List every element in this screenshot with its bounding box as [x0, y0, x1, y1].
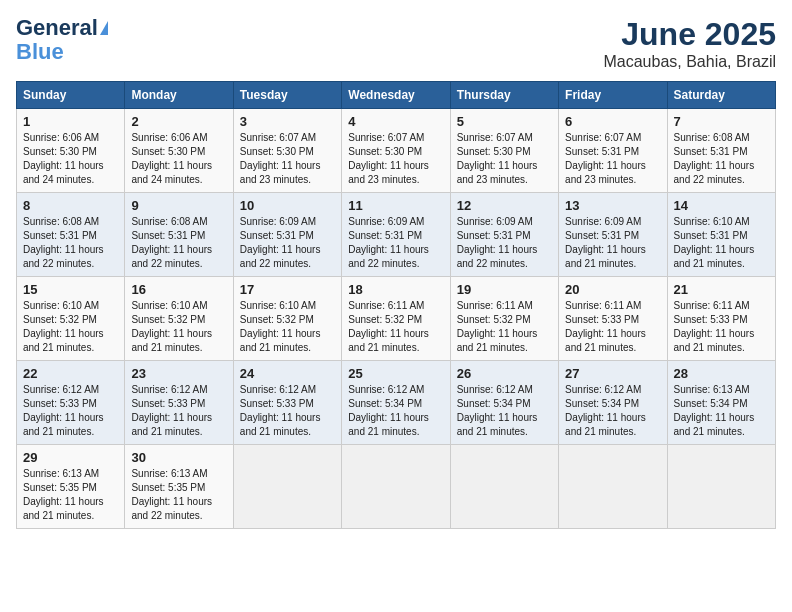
calendar-cell [667, 445, 775, 529]
day-number: 15 [23, 282, 118, 297]
day-info: Sunrise: 6:06 AMSunset: 5:30 PMDaylight:… [131, 131, 226, 187]
calendar-cell: 18Sunrise: 6:11 AMSunset: 5:32 PMDayligh… [342, 277, 450, 361]
calendar-cell: 4Sunrise: 6:07 AMSunset: 5:30 PMDaylight… [342, 109, 450, 193]
day-info: Sunrise: 6:09 AMSunset: 5:31 PMDaylight:… [240, 215, 335, 271]
calendar-cell: 16Sunrise: 6:10 AMSunset: 5:32 PMDayligh… [125, 277, 233, 361]
title-block: June 2025 Macaubas, Bahia, Brazil [603, 16, 776, 71]
day-info: Sunrise: 6:12 AMSunset: 5:33 PMDaylight:… [131, 383, 226, 439]
day-info: Sunrise: 6:12 AMSunset: 5:34 PMDaylight:… [565, 383, 660, 439]
calendar-week-row: 29Sunrise: 6:13 AMSunset: 5:35 PMDayligh… [17, 445, 776, 529]
calendar-cell: 11Sunrise: 6:09 AMSunset: 5:31 PMDayligh… [342, 193, 450, 277]
calendar-cell: 12Sunrise: 6:09 AMSunset: 5:31 PMDayligh… [450, 193, 558, 277]
weekday-header: Saturday [667, 82, 775, 109]
day-info: Sunrise: 6:11 AMSunset: 5:32 PMDaylight:… [457, 299, 552, 355]
weekday-header: Tuesday [233, 82, 341, 109]
calendar-cell: 19Sunrise: 6:11 AMSunset: 5:32 PMDayligh… [450, 277, 558, 361]
calendar-header-row: SundayMondayTuesdayWednesdayThursdayFrid… [17, 82, 776, 109]
calendar-cell: 9Sunrise: 6:08 AMSunset: 5:31 PMDaylight… [125, 193, 233, 277]
calendar-cell: 7Sunrise: 6:08 AMSunset: 5:31 PMDaylight… [667, 109, 775, 193]
weekday-header: Friday [559, 82, 667, 109]
day-info: Sunrise: 6:06 AMSunset: 5:30 PMDaylight:… [23, 131, 118, 187]
calendar-cell: 25Sunrise: 6:12 AMSunset: 5:34 PMDayligh… [342, 361, 450, 445]
day-info: Sunrise: 6:07 AMSunset: 5:30 PMDaylight:… [348, 131, 443, 187]
day-info: Sunrise: 6:10 AMSunset: 5:32 PMDaylight:… [131, 299, 226, 355]
day-number: 17 [240, 282, 335, 297]
weekday-header: Wednesday [342, 82, 450, 109]
day-number: 25 [348, 366, 443, 381]
day-info: Sunrise: 6:10 AMSunset: 5:32 PMDaylight:… [240, 299, 335, 355]
calendar-cell: 29Sunrise: 6:13 AMSunset: 5:35 PMDayligh… [17, 445, 125, 529]
calendar-week-row: 8Sunrise: 6:08 AMSunset: 5:31 PMDaylight… [17, 193, 776, 277]
day-number: 7 [674, 114, 769, 129]
day-info: Sunrise: 6:07 AMSunset: 5:30 PMDaylight:… [240, 131, 335, 187]
day-number: 18 [348, 282, 443, 297]
day-number: 22 [23, 366, 118, 381]
calendar-cell: 17Sunrise: 6:10 AMSunset: 5:32 PMDayligh… [233, 277, 341, 361]
page-title: June 2025 [603, 16, 776, 53]
calendar-cell: 21Sunrise: 6:11 AMSunset: 5:33 PMDayligh… [667, 277, 775, 361]
day-number: 28 [674, 366, 769, 381]
day-number: 12 [457, 198, 552, 213]
day-info: Sunrise: 6:10 AMSunset: 5:31 PMDaylight:… [674, 215, 769, 271]
calendar-cell: 24Sunrise: 6:12 AMSunset: 5:33 PMDayligh… [233, 361, 341, 445]
day-number: 29 [23, 450, 118, 465]
day-number: 30 [131, 450, 226, 465]
day-number: 9 [131, 198, 226, 213]
logo-text-general: General [16, 16, 98, 40]
day-number: 2 [131, 114, 226, 129]
day-number: 16 [131, 282, 226, 297]
day-info: Sunrise: 6:11 AMSunset: 5:32 PMDaylight:… [348, 299, 443, 355]
day-info: Sunrise: 6:08 AMSunset: 5:31 PMDaylight:… [23, 215, 118, 271]
day-info: Sunrise: 6:11 AMSunset: 5:33 PMDaylight:… [674, 299, 769, 355]
weekday-header: Sunday [17, 82, 125, 109]
calendar-table: SundayMondayTuesdayWednesdayThursdayFrid… [16, 81, 776, 529]
calendar-week-row: 1Sunrise: 6:06 AMSunset: 5:30 PMDaylight… [17, 109, 776, 193]
day-number: 3 [240, 114, 335, 129]
day-number: 21 [674, 282, 769, 297]
logo-icon [100, 21, 108, 35]
day-info: Sunrise: 6:12 AMSunset: 5:34 PMDaylight:… [457, 383, 552, 439]
day-info: Sunrise: 6:07 AMSunset: 5:30 PMDaylight:… [457, 131, 552, 187]
day-number: 5 [457, 114, 552, 129]
day-number: 6 [565, 114, 660, 129]
day-info: Sunrise: 6:09 AMSunset: 5:31 PMDaylight:… [348, 215, 443, 271]
calendar-cell: 2Sunrise: 6:06 AMSunset: 5:30 PMDaylight… [125, 109, 233, 193]
day-info: Sunrise: 6:07 AMSunset: 5:31 PMDaylight:… [565, 131, 660, 187]
day-info: Sunrise: 6:12 AMSunset: 5:33 PMDaylight:… [23, 383, 118, 439]
calendar-cell: 14Sunrise: 6:10 AMSunset: 5:31 PMDayligh… [667, 193, 775, 277]
calendar-cell [342, 445, 450, 529]
calendar-cell: 1Sunrise: 6:06 AMSunset: 5:30 PMDaylight… [17, 109, 125, 193]
calendar-cell: 23Sunrise: 6:12 AMSunset: 5:33 PMDayligh… [125, 361, 233, 445]
calendar-cell: 30Sunrise: 6:13 AMSunset: 5:35 PMDayligh… [125, 445, 233, 529]
logo-text-blue: Blue [16, 40, 64, 64]
calendar-week-row: 22Sunrise: 6:12 AMSunset: 5:33 PMDayligh… [17, 361, 776, 445]
weekday-header: Thursday [450, 82, 558, 109]
day-info: Sunrise: 6:08 AMSunset: 5:31 PMDaylight:… [674, 131, 769, 187]
day-info: Sunrise: 6:12 AMSunset: 5:34 PMDaylight:… [348, 383, 443, 439]
day-info: Sunrise: 6:13 AMSunset: 5:35 PMDaylight:… [23, 467, 118, 523]
day-info: Sunrise: 6:09 AMSunset: 5:31 PMDaylight:… [565, 215, 660, 271]
day-info: Sunrise: 6:11 AMSunset: 5:33 PMDaylight:… [565, 299, 660, 355]
day-number: 1 [23, 114, 118, 129]
day-info: Sunrise: 6:13 AMSunset: 5:35 PMDaylight:… [131, 467, 226, 523]
day-info: Sunrise: 6:10 AMSunset: 5:32 PMDaylight:… [23, 299, 118, 355]
calendar-cell [233, 445, 341, 529]
calendar-cell: 13Sunrise: 6:09 AMSunset: 5:31 PMDayligh… [559, 193, 667, 277]
calendar-cell [450, 445, 558, 529]
day-number: 8 [23, 198, 118, 213]
calendar-cell: 20Sunrise: 6:11 AMSunset: 5:33 PMDayligh… [559, 277, 667, 361]
page-subtitle: Macaubas, Bahia, Brazil [603, 53, 776, 71]
calendar-cell: 27Sunrise: 6:12 AMSunset: 5:34 PMDayligh… [559, 361, 667, 445]
calendar-cell: 5Sunrise: 6:07 AMSunset: 5:30 PMDaylight… [450, 109, 558, 193]
calendar-cell: 8Sunrise: 6:08 AMSunset: 5:31 PMDaylight… [17, 193, 125, 277]
day-number: 10 [240, 198, 335, 213]
calendar-cell: 6Sunrise: 6:07 AMSunset: 5:31 PMDaylight… [559, 109, 667, 193]
day-info: Sunrise: 6:12 AMSunset: 5:33 PMDaylight:… [240, 383, 335, 439]
day-number: 11 [348, 198, 443, 213]
calendar-cell [559, 445, 667, 529]
calendar-cell: 28Sunrise: 6:13 AMSunset: 5:34 PMDayligh… [667, 361, 775, 445]
day-number: 26 [457, 366, 552, 381]
day-number: 23 [131, 366, 226, 381]
day-number: 14 [674, 198, 769, 213]
day-info: Sunrise: 6:08 AMSunset: 5:31 PMDaylight:… [131, 215, 226, 271]
